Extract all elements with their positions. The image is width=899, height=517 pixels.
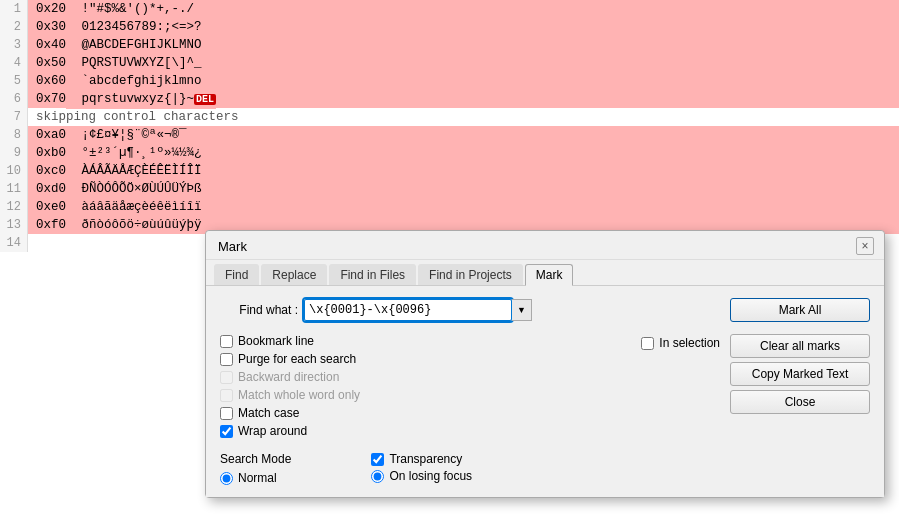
line-content: ÐÑÒÓÔÕÖ×ØÙÚÛÜÝÞß (66, 180, 202, 198)
line-content: `abcdefghijklmno (66, 72, 202, 90)
table-row: 20x30 0123456789:;<=>? (0, 18, 899, 36)
search-mode-right: Transparency On losing focus (371, 452, 472, 485)
backward-direction-label: Backward direction (238, 370, 339, 384)
mark-all-button[interactable]: Mark All (730, 298, 870, 322)
on-losing-focus-row: On losing focus (371, 469, 472, 483)
line-number: 2 (0, 18, 28, 36)
in-selection-row: In selection (641, 336, 720, 350)
wrap-around-checkbox[interactable] (220, 425, 233, 438)
search-mode-area: Search Mode Normal Transparency On losin… (220, 452, 870, 485)
backward-direction-checkbox (220, 371, 233, 384)
normal-radio-label[interactable]: Normal (238, 471, 277, 485)
close-button[interactable]: Close (730, 390, 870, 414)
match-case-row: Match case (220, 406, 621, 420)
tab-find[interactable]: Find (214, 264, 259, 285)
line-content: skipping control characters (28, 108, 239, 126)
table-row: 120xe0 àáâãäåæçèéêëìíîï (0, 198, 899, 216)
table-row: 7skipping control characters (0, 108, 899, 126)
line-content: °±²³´µ¶·¸¹º»¼½¾¿ (66, 144, 202, 162)
dialog-titlebar: Mark × (206, 231, 884, 260)
line-address: 0xb0 (28, 144, 66, 162)
on-losing-focus-label[interactable]: On losing focus (389, 469, 472, 483)
purge-label[interactable]: Purge for each search (238, 352, 356, 366)
options-area: Bookmark line Purge for each search Back… (220, 334, 870, 438)
line-content: àáâãäåæçèéêëìíîï (66, 198, 202, 216)
table-row: 80xa0 ¡¢£¤¥¦§¨©ª«¬­®¯ (0, 126, 899, 144)
tab-replace[interactable]: Replace (261, 264, 327, 285)
table-row: 10x20 !"#$%&'()*+,-./ (0, 0, 899, 18)
line-address: 0x40 (28, 36, 66, 54)
table-row: 50x60 `abcdefghijklmno (0, 72, 899, 90)
line-address: 0xc0 (28, 162, 66, 180)
bookmark-line-label[interactable]: Bookmark line (238, 334, 314, 348)
tab-find-in-files[interactable]: Find in Files (329, 264, 416, 285)
on-losing-focus-radio[interactable] (371, 470, 384, 483)
line-address: 0xf0 (28, 216, 66, 234)
match-case-label[interactable]: Match case (238, 406, 299, 420)
transparency-checkbox[interactable] (371, 453, 384, 466)
line-number: 4 (0, 54, 28, 72)
copy-marked-text-button[interactable]: Copy Marked Text (730, 362, 870, 386)
line-number: 12 (0, 198, 28, 216)
line-number: 3 (0, 36, 28, 54)
search-mode-title: Search Mode (220, 452, 291, 466)
dialog-body: Find what : ▼ Mark All Bookmark line Pur… (206, 286, 884, 497)
line-address: 0x60 (28, 72, 66, 90)
purge-row: Purge for each search (220, 352, 621, 366)
line-number: 11 (0, 180, 28, 198)
find-input[interactable] (304, 299, 512, 321)
line-address: 0x30 (28, 18, 66, 36)
line-address: 0x20 (28, 0, 66, 18)
table-row: 110xd0 ÐÑÒÓÔÕÖ×ØÙÚÛÜÝÞß (0, 180, 899, 198)
find-dropdown-button[interactable]: ▼ (512, 299, 532, 321)
table-row: 30x40 @ABCDEFGHIJKLMNO (0, 36, 899, 54)
bookmark-line-checkbox[interactable] (220, 335, 233, 348)
line-address: 0xe0 (28, 198, 66, 216)
tab-mark[interactable]: Mark (525, 264, 574, 286)
dialog-tabs: Find Replace Find in Files Find in Proje… (206, 260, 884, 286)
line-number: 9 (0, 144, 28, 162)
tab-find-in-projects[interactable]: Find in Projects (418, 264, 523, 285)
transparency-row: Transparency (371, 452, 462, 466)
match-case-checkbox[interactable] (220, 407, 233, 420)
line-content: 0123456789:;<=>? (66, 18, 202, 36)
line-content: PQRSTUVWXYZ[\]^_ (66, 54, 202, 72)
match-whole-word-row: Match whole word only (220, 388, 621, 402)
clear-all-marks-button[interactable]: Clear all marks (730, 334, 870, 358)
line-address: 0x50 (28, 54, 66, 72)
options-left: Bookmark line Purge for each search Back… (220, 334, 621, 438)
line-number: 1 (0, 0, 28, 18)
purge-checkbox[interactable] (220, 353, 233, 366)
table-row: 90xb0 °±²³´µ¶·¸¹º»¼½¾¿ (0, 144, 899, 162)
close-x-button[interactable]: × (856, 237, 874, 255)
match-whole-word-checkbox (220, 389, 233, 402)
line-address: 0xd0 (28, 180, 66, 198)
line-number: 7 (0, 108, 28, 126)
line-number: 13 (0, 216, 28, 234)
line-address: 0x70 (28, 90, 66, 108)
in-selection-checkbox[interactable] (641, 337, 654, 350)
normal-radio-row: Normal (220, 471, 291, 485)
options-middle: In selection (641, 334, 720, 438)
line-address: 0xa0 (28, 126, 66, 144)
line-number: 10 (0, 162, 28, 180)
find-what-label: Find what : (220, 303, 298, 317)
line-content: pqrstuvwxyz{|}~DEL (66, 90, 216, 109)
dialog-title: Mark (218, 239, 247, 254)
match-whole-word-label: Match whole word only (238, 388, 360, 402)
wrap-around-label[interactable]: Wrap around (238, 424, 307, 438)
table-row: 60x70 pqrstuvwxyz{|}~DEL (0, 90, 899, 108)
line-content: !"#$%&'()*+,-./ (66, 0, 194, 18)
line-content: ÀÁÂÃÄÅÆÇÈÉÊËÌÍÎÏ (66, 162, 202, 180)
line-content: ¡¢£¤¥¦§¨©ª«¬­®¯ (66, 126, 187, 144)
table-row: 40x50 PQRSTUVWXYZ[\]^_ (0, 54, 899, 72)
line-number: 6 (0, 90, 28, 108)
normal-radio[interactable] (220, 472, 233, 485)
transparency-label[interactable]: Transparency (389, 452, 462, 466)
search-mode-left: Search Mode Normal (220, 452, 291, 485)
in-selection-label[interactable]: In selection (659, 336, 720, 350)
find-row: Find what : ▼ Mark All (220, 298, 870, 322)
options-right: Clear all marks Copy Marked Text Close (730, 334, 870, 438)
bookmark-line-row: Bookmark line (220, 334, 621, 348)
wrap-around-row: Wrap around (220, 424, 621, 438)
